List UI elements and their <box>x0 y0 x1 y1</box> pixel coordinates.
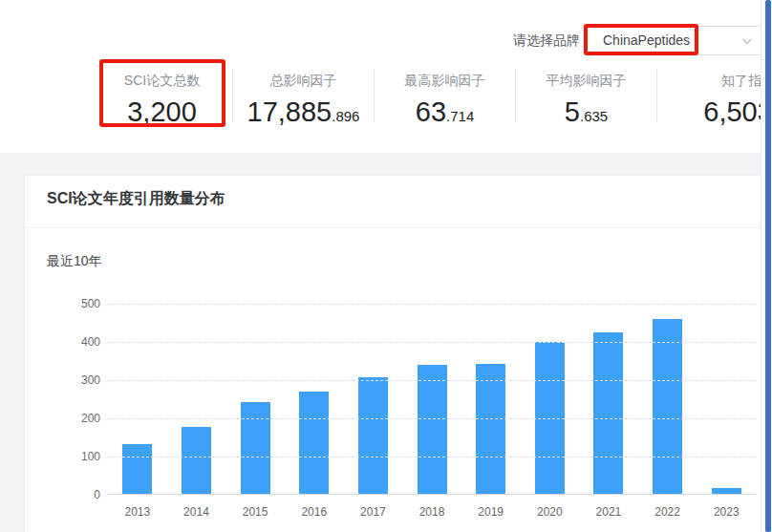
y-axis-tick-label: 0 <box>62 488 100 501</box>
x-axis-tick-label: 2017 <box>344 505 403 519</box>
x-axis-tick-label: 2021 <box>579 505 638 519</box>
stat-value: 5.635 <box>565 96 608 133</box>
x-axis-tick-label: 2019 <box>461 505 521 519</box>
stat-label: 平均影响因子 <box>547 72 627 89</box>
brand-select-label: 请选择品牌 <box>509 32 580 48</box>
bar-slot: 2019 <box>461 304 521 494</box>
bar-2021[interactable] <box>593 332 623 494</box>
x-axis-tick-label: 2015 <box>225 505 285 519</box>
bar-2017[interactable] <box>358 377 388 494</box>
top-section: 请选择品牌 ChinaPeptides SCI论文总数 3,200 总影响因子 … <box>0 0 772 153</box>
stat-zhiliao-index: 知了指数 6,503.44 <box>657 59 772 133</box>
x-axis-tick-label: 2013 <box>108 505 167 519</box>
bar-slot: 2021 <box>579 304 638 494</box>
stat-label: 最高影响因子 <box>405 72 485 89</box>
y-axis-tick-label: 400 <box>62 335 100 349</box>
bar-slot: 2016 <box>285 304 344 494</box>
chart-plot: 2013201420152016201720182019202020212022… <box>108 304 756 495</box>
chart-card: SCI论文年度引用数量分布 最近10年 20132014201520162017… <box>24 175 762 532</box>
stat-sci-paper-total: SCI论文总数 3,200 <box>92 59 232 133</box>
bar-2018[interactable] <box>418 365 447 494</box>
x-axis-tick-label: 2014 <box>167 505 226 519</box>
stat-label: 总影响因子 <box>270 72 337 89</box>
x-axis-tick-label: 2020 <box>520 505 579 519</box>
chart-title: SCI论文年度引用数量分布 <box>47 188 225 209</box>
x-axis-tick-label: 2023 <box>697 505 756 519</box>
bar-slot: 2022 <box>638 304 697 494</box>
scrollbar-thumb[interactable] <box>765 0 771 532</box>
bar-2013[interactable] <box>122 444 152 494</box>
bar-slots: 2013201420152016201720182019202020212022… <box>108 304 756 494</box>
chevron-down-icon[interactable] <box>740 34 754 48</box>
stat-value: 3,200 <box>127 96 197 133</box>
grid-line <box>108 342 756 343</box>
bar-slot: 2018 <box>402 304 461 494</box>
x-axis-tick-label: 2022 <box>638 505 697 519</box>
y-axis-tick-label: 500 <box>62 297 100 310</box>
bar-2014[interactable] <box>182 427 211 494</box>
scrollbar-track[interactable] <box>761 0 772 532</box>
stat-highest-impact-factor: 最高影响因子 63.714 <box>375 59 515 133</box>
brand-select[interactable]: ChinaPeptides <box>585 26 763 55</box>
bar-2016[interactable] <box>299 392 329 494</box>
y-axis-tick-label: 200 <box>62 412 100 425</box>
bar-2015[interactable] <box>241 402 270 494</box>
stat-average-impact-factor: 平均影响因子 5.635 <box>516 59 656 133</box>
bar-slot: 2017 <box>344 304 403 494</box>
brand-select-value: ChinaPeptides <box>603 27 690 54</box>
bar-2023[interactable] <box>712 488 741 494</box>
card-divider <box>25 227 761 228</box>
stat-value: 17,885.896 <box>247 96 360 133</box>
stat-value: 63.714 <box>416 96 474 133</box>
chart-subtitle: 最近10年 <box>47 251 102 270</box>
y-axis-tick-label: 100 <box>62 450 100 463</box>
bar-slot: 2023 <box>697 304 756 494</box>
bar-slot: 2020 <box>520 304 579 494</box>
stat-total-impact-factor: 总影响因子 17,885.896 <box>233 59 374 133</box>
bar-slot: 2013 <box>108 304 167 494</box>
grid-line <box>108 304 756 305</box>
bar-slot: 2015 <box>225 304 285 494</box>
stats-row: SCI论文总数 3,200 总影响因子 17,885.896 最高影响因子 63… <box>92 59 772 133</box>
grid-line <box>108 457 756 458</box>
y-axis-tick-label: 300 <box>62 373 100 387</box>
grid-line <box>108 418 756 419</box>
grid-line <box>108 380 756 381</box>
bar-2019[interactable] <box>476 364 505 494</box>
bar-slot: 2014 <box>167 304 226 494</box>
stat-label: SCI论文总数 <box>124 72 200 89</box>
x-axis-tick-label: 2018 <box>402 505 461 519</box>
bar-2022[interactable] <box>653 319 682 494</box>
x-axis-tick-label: 2016 <box>285 505 344 519</box>
